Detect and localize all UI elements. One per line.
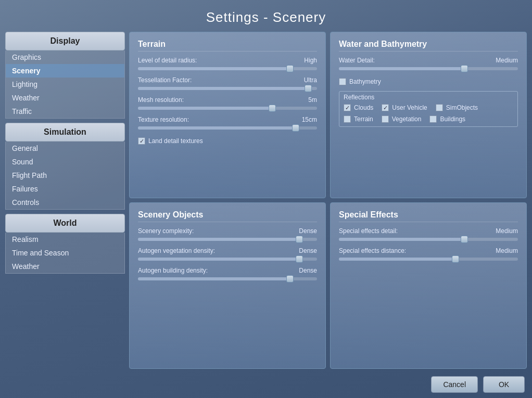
sidebar-display-items: Graphics Scenery Lighting Weather Traffi…	[5, 50, 125, 119]
ref-simobjects-checkbox[interactable]	[436, 104, 443, 111]
autogen-veg-value: Dense	[299, 247, 317, 254]
ref-buildings-row: Buildings	[429, 115, 465, 123]
fx-detail-value: Medium	[496, 227, 518, 235]
ref-vegetation-checkbox[interactable]	[382, 115, 389, 123]
texture-slider-row: Texture resolution: 15cm	[138, 116, 317, 131]
water-panel-title: Water and Bathymetry	[339, 40, 518, 52]
ref-clouds-label: Clouds	[354, 104, 373, 111]
sidebar-item-weather-display[interactable]: Weather	[6, 91, 124, 105]
terrain-panel-title: Terrain	[138, 40, 317, 52]
sidebar-section-simulation: Simulation	[5, 123, 125, 142]
ref-simobjects-label: SimObjects	[446, 104, 478, 111]
mesh-slider-row: Mesh resolution: 5m	[138, 96, 317, 111]
ref-buildings-label: Buildings	[440, 115, 465, 123]
lod-track[interactable]	[138, 67, 317, 70]
bathymetry-label: Bathymetry	[349, 78, 381, 85]
sidebar-item-realism[interactable]: Realism	[6, 233, 124, 246]
autogen-bld-track[interactable]	[138, 277, 317, 280]
texture-track[interactable]	[138, 126, 317, 130]
fx-distance-track[interactable]	[339, 258, 518, 261]
sidebar-section-display: Display	[5, 32, 125, 50]
effects-panel-title: Special Effects	[339, 210, 518, 222]
effects-panel: Special Effects Special effects detail: …	[330, 202, 527, 369]
fx-detail-track[interactable]	[339, 238, 518, 241]
scenery-complexity-label: Scenery complexity:	[138, 227, 194, 235]
sidebar-item-lighting[interactable]: Lighting	[6, 78, 124, 91]
ref-uservehicle-checkbox[interactable]: ✓	[382, 104, 389, 111]
water-detail-track[interactable]	[339, 67, 518, 70]
autogen-bld-slider-row: Autogen building density: Dense	[138, 267, 317, 281]
mesh-label: Mesh resolution:	[138, 96, 184, 104]
autogen-bld-label: Autogen building density:	[138, 267, 208, 274]
autogen-veg-slider-row: Autogen vegetation density: Dense	[138, 247, 317, 262]
bathymetry-row: Bathymetry	[339, 78, 518, 85]
scenery-complexity-slider-row: Scenery complexity: Dense	[138, 227, 317, 242]
sidebar-item-general[interactable]: General	[6, 142, 124, 155]
footer: Cancel OK	[0, 372, 532, 398]
texture-value: 15cm	[302, 116, 317, 123]
autogen-veg-track[interactable]	[138, 258, 317, 261]
fx-detail-label: Special effects detail:	[339, 227, 398, 235]
sidebar-item-controls[interactable]: Controls	[6, 196, 124, 209]
reflections-group: Reflections ✓ Clouds ✓ User Vehicle	[339, 91, 518, 127]
texture-label: Texture resolution:	[138, 116, 189, 123]
sidebar-item-scenery[interactable]: Scenery	[6, 64, 124, 78]
land-detail-textures-row: ✓ Land detail textures	[138, 137, 317, 145]
scenery-panel: Scenery Objects Scenery complexity: Dens…	[129, 202, 326, 369]
sidebar-item-weather-world[interactable]: Weather	[6, 260, 124, 273]
sidebar-item-traffic[interactable]: Traffic	[6, 105, 124, 118]
ref-terrain-checkbox[interactable]	[344, 115, 351, 123]
sidebar-world-items: Realism Time and Season Weather	[5, 233, 125, 274]
sidebar-item-graphics[interactable]: Graphics	[6, 50, 124, 64]
autogen-veg-label: Autogen vegetation density:	[138, 247, 215, 254]
cancel-button[interactable]: Cancel	[431, 376, 478, 393]
ref-uservehicle-label: User Vehicle	[392, 104, 427, 111]
mesh-track[interactable]	[138, 107, 317, 110]
fx-detail-slider-row: Special effects detail: Medium	[339, 227, 518, 242]
tessellation-track[interactable]	[138, 87, 317, 90]
ref-terrain-row: Terrain	[344, 115, 373, 123]
bathymetry-checkbox[interactable]	[339, 78, 346, 85]
water-panel: Water and Bathymetry Water Detail: Mediu…	[330, 32, 527, 198]
terrain-panel: Terrain Level of detail radius: High Tes…	[129, 32, 326, 198]
ref-buildings-checkbox[interactable]	[429, 115, 437, 123]
sidebar-item-failures[interactable]: Failures	[6, 182, 124, 196]
autogen-bld-value: Dense	[299, 267, 317, 274]
tessellation-value: Ultra	[304, 76, 317, 84]
water-detail-value: Medium	[496, 57, 518, 64]
ref-clouds-checkbox[interactable]: ✓	[344, 104, 351, 111]
ref-vegetation-label: Vegetation	[392, 115, 422, 123]
ref-terrain-label: Terrain	[354, 115, 373, 123]
ok-button[interactable]: OK	[483, 376, 525, 393]
fx-distance-value: Medium	[496, 247, 518, 254]
fx-distance-label: Special effects distance:	[339, 247, 406, 254]
reflections-title: Reflections	[344, 94, 513, 101]
ref-uservehicle-row: ✓ User Vehicle	[382, 104, 427, 111]
ref-simobjects-row: SimObjects	[436, 104, 478, 111]
scenery-complexity-value: Dense	[299, 227, 317, 235]
tessellation-slider-row: Tessellation Factor: Ultra	[138, 76, 317, 91]
water-detail-label: Water Detail:	[339, 57, 375, 64]
lod-label: Level of detail radius:	[138, 57, 197, 64]
sidebar-section-world: World	[5, 214, 125, 233]
land-detail-textures-label: Land detail textures	[148, 137, 203, 145]
lod-slider-row: Level of detail radius: High	[138, 57, 317, 71]
water-detail-slider-row: Water Detail: Medium	[339, 57, 518, 71]
page-title: Settings - Scenery	[0, 0, 532, 32]
sidebar-simulation-items: General Sound Flight Path Failures Contr…	[5, 142, 125, 210]
sidebar-item-sound[interactable]: Sound	[6, 155, 124, 169]
sidebar-item-timeandseason[interactable]: Time and Season	[6, 246, 124, 260]
sidebar: Display Graphics Scenery Lighting Weathe…	[5, 32, 125, 372]
scenery-panel-title: Scenery Objects	[138, 210, 317, 222]
sidebar-item-flightpath[interactable]: Flight Path	[6, 169, 124, 182]
ref-vegetation-row: Vegetation	[382, 115, 422, 123]
ref-clouds-row: ✓ Clouds	[344, 104, 373, 111]
content-area: Terrain Level of detail radius: High Tes…	[129, 32, 527, 372]
lod-value: High	[304, 57, 317, 64]
land-detail-textures-checkbox[interactable]: ✓	[138, 137, 145, 145]
tessellation-label: Tessellation Factor:	[138, 76, 192, 84]
mesh-value: 5m	[308, 96, 317, 104]
fx-distance-slider-row: Special effects distance: Medium	[339, 247, 518, 262]
scenery-complexity-track[interactable]	[138, 238, 317, 241]
